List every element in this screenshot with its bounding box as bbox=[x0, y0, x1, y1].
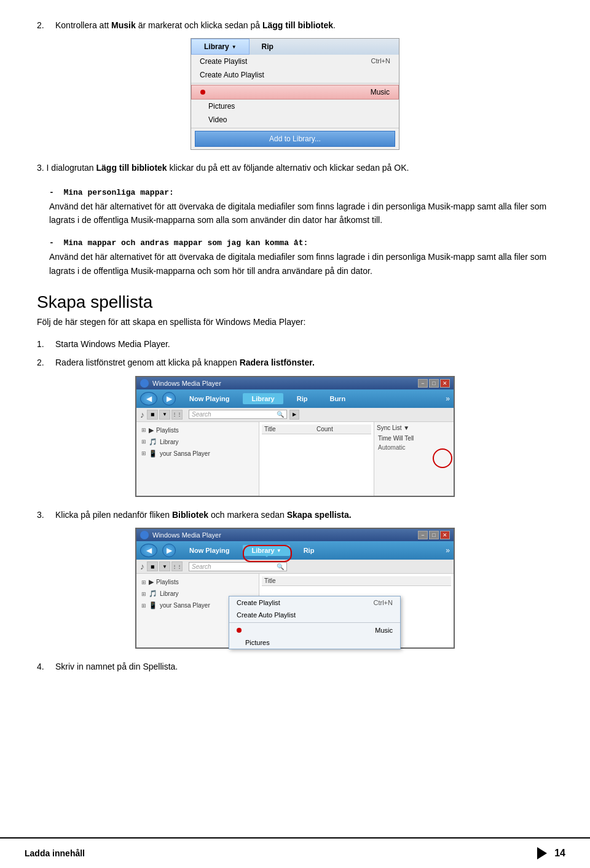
section-subtext: Följ de här stegen för att skapa en spel… bbox=[37, 316, 553, 329]
sidebar-playlists[interactable]: ⊞ ▶ Playlists bbox=[136, 424, 259, 436]
more-btn-2[interactable]: » bbox=[446, 546, 450, 555]
create-playlist-label: Create Playlist bbox=[200, 57, 247, 66]
sidebar-sansa[interactable]: ⊞ 📱 your Sansa Player bbox=[136, 448, 259, 459]
expand-icon: ⊞ bbox=[141, 427, 146, 433]
dropdown-music-label: Music bbox=[375, 627, 393, 634]
tb-btn-2[interactable]: ▼ bbox=[159, 410, 170, 420]
pictures-item[interactable]: Pictures bbox=[191, 100, 399, 113]
wmp-body-2: ⊞ ▶ Playlists ⊞ 🎵 Library ⊞ 📱 your Sansa… bbox=[136, 574, 454, 647]
now-playing-tab[interactable]: Now Playing bbox=[181, 393, 238, 404]
tb-btn-3[interactable]: ⋮⋮ bbox=[171, 410, 183, 420]
step-4: 4. Skriv in namnet på din Spellista. bbox=[37, 660, 553, 673]
step-3-list: 3. Klicka på pilen nedanför fliken Bibli… bbox=[37, 508, 553, 522]
rip-tab-nav-2[interactable]: Rip bbox=[295, 545, 323, 556]
search-icon-2[interactable]: 🔍 bbox=[277, 563, 284, 570]
library-tab-nav[interactable]: Library bbox=[243, 393, 283, 404]
video-item[interactable]: Video bbox=[191, 113, 399, 127]
maximize-btn[interactable]: □ bbox=[429, 379, 439, 388]
tab-arrow-icon: ▼ bbox=[232, 44, 237, 50]
arrow-btn[interactable]: ▶ bbox=[289, 410, 299, 420]
wmp-title-left-2: Windows Media Player bbox=[140, 531, 221, 539]
library-tab[interactable]: Library ▼ bbox=[191, 39, 250, 55]
wmp-screenshot-2: Windows Media Player − □ ✕ ◀ ▶ Now Playi… bbox=[135, 528, 455, 649]
search-box-2[interactable]: Search 🔍 bbox=[189, 562, 287, 571]
dropdown-pictures[interactable]: Pictures bbox=[229, 636, 400, 649]
burn-tab-nav[interactable]: Burn bbox=[321, 393, 354, 404]
create-playlist-shortcut: Ctrl+N bbox=[371, 57, 390, 66]
wmp-titlebar-1: Windows Media Player − □ ✕ bbox=[136, 377, 454, 389]
library-label-2: Library bbox=[160, 590, 179, 597]
close-btn[interactable]: ✕ bbox=[440, 379, 450, 388]
back-btn-2[interactable]: ◀ bbox=[140, 544, 157, 557]
sync-list-label: Sync List ▼ bbox=[377, 424, 409, 431]
wmp-title-text-2: Windows Media Player bbox=[152, 531, 221, 539]
step-2-text: Kontrollera att Musik är markerat och kl… bbox=[55, 18, 336, 32]
library-tab-nav-2[interactable]: Library ▼ bbox=[243, 545, 289, 556]
music-red-dot bbox=[237, 628, 242, 633]
minimize-btn[interactable]: − bbox=[418, 379, 428, 388]
step-2-list-num: 2. bbox=[37, 356, 50, 369]
wmp-navbar-2: ◀ ▶ Now Playing Library ▼ Rip » bbox=[136, 541, 454, 560]
toolbar-buttons-2: ◼ ▼ ⋮⋮ bbox=[147, 561, 183, 571]
wmp-window-controls[interactable]: − □ ✕ bbox=[418, 379, 450, 388]
search-icon[interactable]: 🔍 bbox=[277, 411, 284, 418]
music-label: Music bbox=[371, 88, 390, 96]
expand-icon-5: ⊞ bbox=[141, 591, 146, 597]
wmp-app-icon bbox=[140, 379, 149, 388]
step-number-2: 2. bbox=[37, 18, 50, 32]
forward-btn-2[interactable]: ▶ bbox=[162, 544, 176, 557]
dropdown-sep-1 bbox=[229, 622, 400, 623]
wmp-window-controls-2[interactable]: − □ ✕ bbox=[418, 531, 450, 539]
playlist-icon-2: ▶ bbox=[149, 578, 154, 586]
sync-header: Sync List ▼ bbox=[377, 424, 451, 431]
wmp-navbar-1: ◀ ▶ Now Playing Library Rip Burn » bbox=[136, 389, 454, 408]
playlists-label: Playlists bbox=[156, 427, 179, 434]
tb-btn-1[interactable]: ◼ bbox=[147, 410, 158, 420]
tb-btn-6[interactable]: ⋮⋮ bbox=[171, 561, 183, 571]
back-btn[interactable]: ◀ bbox=[140, 392, 157, 405]
step-2-intro: 2. Kontrollera att Musik är markerat och… bbox=[37, 18, 553, 32]
music-item[interactable]: Music bbox=[191, 85, 399, 100]
playlists-label-2: Playlists bbox=[156, 579, 179, 585]
minimize-btn-2[interactable]: − bbox=[418, 531, 428, 539]
step-4-text: Skriv in namnet på din Spellista. bbox=[55, 660, 178, 673]
dropdown-music[interactable]: Music bbox=[229, 624, 400, 636]
create-auto-playlist-item[interactable]: Create Auto Playlist bbox=[191, 68, 399, 82]
library-menu-screenshot: Library ▼ Rip Create Playlist Ctrl+N Cre… bbox=[191, 38, 399, 150]
maximize-btn-2[interactable]: □ bbox=[429, 531, 439, 539]
step-4-num: 4. bbox=[37, 660, 50, 673]
forward-btn[interactable]: ▶ bbox=[162, 392, 176, 405]
now-playing-tab-2[interactable]: Now Playing bbox=[181, 545, 238, 556]
dropdown-create-playlist[interactable]: Create Playlist Ctrl+N bbox=[229, 596, 400, 609]
add-to-library-btn[interactable]: Add to Library... bbox=[195, 131, 395, 147]
search-placeholder: Search bbox=[192, 411, 277, 418]
more-btn[interactable]: » bbox=[446, 394, 450, 403]
tb-btn-5[interactable]: ▼ bbox=[159, 561, 170, 571]
rip-tab[interactable]: Rip bbox=[250, 39, 286, 55]
close-btn-2[interactable]: ✕ bbox=[440, 531, 450, 539]
dropdown-create-auto-playlist[interactable]: Create Auto Playlist bbox=[229, 609, 400, 621]
wmp-sidebar-1: ⊞ ▶ Playlists ⊞ 🎵 Library ⊞ 📱 your Sansa… bbox=[136, 422, 259, 496]
search-box[interactable]: Search 🔍 bbox=[189, 410, 287, 419]
create-playlist-item[interactable]: Create Playlist Ctrl+N bbox=[191, 55, 399, 68]
bullet-2-label: - Mina mappar och andras mappar som jag … bbox=[49, 238, 308, 248]
step-3-list-num: 3. bbox=[37, 508, 50, 522]
step-1-num: 1. bbox=[37, 337, 50, 351]
library-dropdown-arrow[interactable]: ▼ bbox=[277, 548, 281, 553]
step-1: 1. Starta Windows Media Player. bbox=[37, 337, 553, 351]
sansa-label: your Sansa Player bbox=[160, 450, 210, 457]
wmp-title-left: Windows Media Player bbox=[140, 379, 221, 388]
step-2-list: 2. Radera listfönstret genom att klicka … bbox=[37, 356, 553, 369]
sync-panel: Sync List ▼ Time Will Tell Automatic bbox=[374, 422, 454, 496]
rip-tab-nav[interactable]: Rip bbox=[288, 393, 317, 404]
expand-icon-3: ⊞ bbox=[141, 450, 146, 456]
device-icon: 📱 bbox=[149, 450, 157, 458]
next-page-arrow[interactable] bbox=[537, 847, 547, 859]
title-col-2: Title bbox=[264, 577, 449, 584]
sidebar-playlists-2[interactable]: ⊞ ▶ Playlists bbox=[136, 576, 259, 588]
sidebar-library[interactable]: ⊞ 🎵 Library bbox=[136, 436, 259, 448]
step-3-list-text: Klicka på pilen nedanför fliken Bibliote… bbox=[55, 508, 352, 522]
library-icon-2: 🎵 bbox=[149, 590, 157, 598]
tb-btn-4[interactable]: ◼ bbox=[147, 561, 158, 571]
music-note-icon: ♪ bbox=[140, 410, 144, 420]
